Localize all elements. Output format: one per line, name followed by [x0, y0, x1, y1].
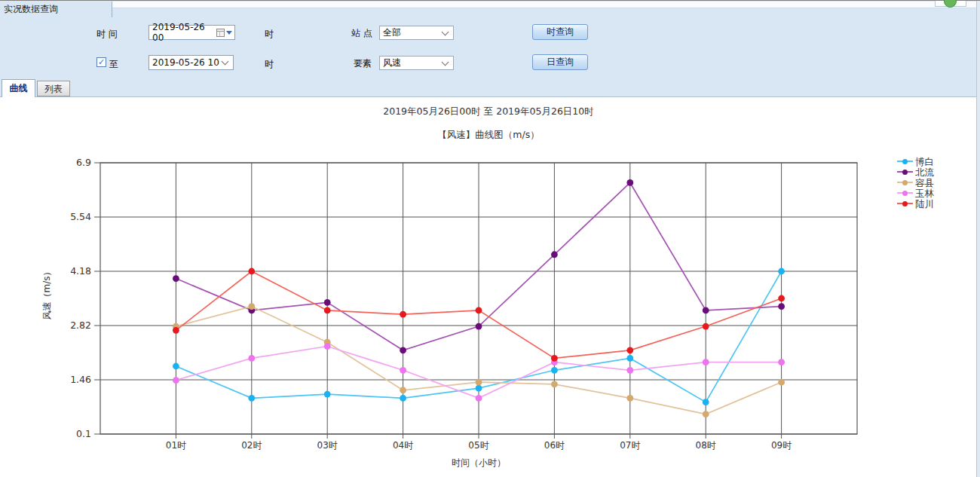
- x-tick-label: 07时: [620, 440, 640, 451]
- data-point-北流-09时[interactable]: [778, 303, 785, 310]
- element-select[interactable]: 风速: [379, 56, 454, 70]
- legend-item[interactable]: 陆川: [897, 198, 934, 209]
- legend-line-marker-icon: [897, 203, 913, 204]
- hour-label-1: 时: [265, 28, 274, 41]
- data-point-陆川-09时[interactable]: [778, 295, 785, 302]
- x-tick-label: 06时: [544, 440, 565, 451]
- chart-legend: 博白 北流 容县 玉林 陆川: [897, 156, 934, 209]
- panel-tab-divider: [112, 2, 112, 17]
- data-point-玉林-04时[interactable]: [400, 367, 406, 374]
- legend-item[interactable]: 北流: [897, 167, 934, 177]
- line-chart-plot[interactable]: 0.11.462.824.185.546.901时02时03时04时05时06时…: [0, 97, 976, 477]
- chart-title: 2019年05月26日00时 至 2019年05月26日10时: [0, 105, 977, 118]
- y-tick-label: 2.82: [70, 320, 91, 331]
- data-point-陆川-05时[interactable]: [476, 307, 482, 313]
- to-checkbox[interactable]: ✓: [96, 57, 106, 67]
- x-tick-label: 09时: [771, 440, 792, 451]
- legend-item[interactable]: 玉林: [897, 188, 934, 198]
- end-datetime-value: 2019-05-26 10: [152, 57, 222, 68]
- x-tick-label: 05时: [468, 440, 488, 451]
- data-point-陆川-07时[interactable]: [626, 347, 633, 353]
- legend-line-marker-icon: [897, 192, 913, 194]
- calendar-icon[interactable]: [216, 29, 225, 37]
- end-datetime-input[interactable]: 2019-05-26 10: [149, 55, 234, 70]
- window-right-border: [976, 1, 980, 477]
- realtime-data-query-window: 实况数据查询 时 间 2019-05-26 00 时 站 点 全部 时查询 ✓ …: [0, 0, 980, 477]
- page-title: 实况数据查询: [4, 3, 58, 16]
- data-point-玉林-01时[interactable]: [173, 377, 179, 384]
- data-point-陆川-08时[interactable]: [703, 323, 709, 330]
- data-point-容县-04时[interactable]: [400, 387, 406, 393]
- data-point-博白-09时[interactable]: [778, 268, 785, 275]
- data-point-博白-02时[interactable]: [248, 395, 255, 402]
- data-point-博白-01时[interactable]: [173, 363, 179, 370]
- data-point-博白-08时[interactable]: [703, 399, 709, 405]
- element-label: 要素: [354, 57, 372, 70]
- element-selected-value: 风速: [383, 57, 401, 69]
- chevron-down-icon: [442, 58, 449, 66]
- data-point-北流-07时[interactable]: [626, 179, 633, 186]
- x-tick-label: 04时: [393, 440, 413, 451]
- data-point-陆川-02时[interactable]: [248, 268, 255, 275]
- x-tick-label: 01时: [166, 440, 186, 451]
- data-point-北流-06时[interactable]: [551, 251, 558, 258]
- station-select[interactable]: 全部: [379, 26, 454, 40]
- data-point-玉林-03时[interactable]: [324, 343, 331, 350]
- start-datetime-value: 2019-05-26 00: [152, 22, 216, 43]
- data-point-容县-06时[interactable]: [551, 381, 558, 387]
- data-point-博白-03时[interactable]: [324, 391, 331, 398]
- data-point-玉林-05时[interactable]: [476, 395, 482, 402]
- data-point-容县-09时[interactable]: [778, 379, 785, 386]
- data-point-北流-05时[interactable]: [476, 323, 482, 330]
- tab-list[interactable]: 列表: [37, 81, 70, 96]
- legend-line-marker-icon: [897, 161, 913, 162]
- station-label: 站 点: [351, 27, 372, 40]
- time-label: 时 间: [96, 28, 118, 41]
- data-point-陆川-04时[interactable]: [400, 311, 406, 318]
- data-point-容县-02时[interactable]: [248, 303, 255, 310]
- x-tick-label: 03时: [317, 440, 338, 451]
- legend-item[interactable]: 容县: [897, 177, 934, 188]
- x-tick-label: 02时: [241, 440, 262, 451]
- station-selected-value: 全部: [383, 26, 401, 39]
- data-point-北流-03时[interactable]: [324, 299, 331, 306]
- x-tick-label: 08时: [696, 440, 716, 451]
- y-tick-label: 6.9: [76, 157, 91, 168]
- data-point-陆川-03时[interactable]: [324, 307, 331, 313]
- y-axis-title: 风速（m/s）: [41, 234, 54, 354]
- legend-line-marker-icon: [897, 182, 913, 183]
- chart-panel: 2019年05月26日00时 至 2019年05月26日10时 【风速】曲线图（…: [0, 97, 976, 477]
- y-tick-label: 0.1: [76, 428, 91, 439]
- to-label: 至: [109, 58, 118, 71]
- data-point-北流-04时[interactable]: [400, 347, 406, 353]
- x-axis-title: 时间（小时）: [100, 457, 857, 469]
- data-point-北流-08时[interactable]: [703, 307, 709, 313]
- data-point-容县-08时[interactable]: [703, 411, 709, 417]
- data-point-博白-06时[interactable]: [551, 367, 558, 374]
- data-point-玉林-08时[interactable]: [703, 359, 709, 365]
- chevron-down-icon: [222, 58, 229, 66]
- data-point-博白-05时[interactable]: [476, 385, 482, 392]
- data-point-玉林-07时[interactable]: [626, 367, 633, 374]
- legend-item[interactable]: 博白: [897, 156, 934, 167]
- data-point-容县-07时[interactable]: [626, 395, 633, 402]
- hour-query-button[interactable]: 时查询: [532, 24, 588, 40]
- data-point-博白-07时[interactable]: [626, 355, 633, 362]
- y-tick-label: 1.46: [70, 374, 91, 385]
- data-point-容县-05时[interactable]: [476, 379, 482, 386]
- data-point-玉林-02时[interactable]: [248, 355, 255, 362]
- top-strip: [112, 2, 976, 8]
- y-tick-label: 5.54: [70, 211, 91, 222]
- data-point-陆川-06时[interactable]: [551, 355, 558, 362]
- tab-curve[interactable]: 曲线: [2, 79, 35, 97]
- datepicker-dropdown-icon[interactable]: [226, 31, 232, 35]
- hour-label-2: 时: [265, 58, 274, 71]
- data-point-玉林-09时[interactable]: [778, 359, 785, 365]
- chart-subtitle: 【风速】曲线图（m/s）: [0, 129, 977, 142]
- legend-line-marker-icon: [897, 171, 913, 173]
- data-point-博白-04时[interactable]: [400, 395, 406, 402]
- data-point-陆川-01时[interactable]: [173, 327, 179, 334]
- day-query-button[interactable]: 日查询: [532, 54, 588, 70]
- start-datetime-input[interactable]: 2019-05-26 00: [149, 25, 235, 40]
- data-point-北流-01时[interactable]: [173, 275, 179, 282]
